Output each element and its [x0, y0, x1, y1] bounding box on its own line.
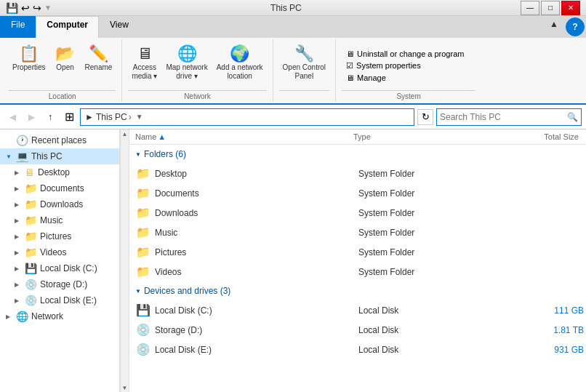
- up-button[interactable]: ↑: [42, 109, 58, 125]
- pictures-arrow: ▶: [15, 233, 22, 240]
- dropdown-arrow-icon[interactable]: ▼: [44, 4, 52, 12]
- column-type-header[interactable]: Type: [353, 132, 484, 141]
- videos-icon: 📁: [25, 247, 37, 258]
- drive-row-c[interactable]: 💾 Local Disk (C:) Local Disk 111 GB 42.6…: [129, 300, 586, 320]
- drive-row-d[interactable]: 💿 Storage (D:) Local Disk 1.81 TB 395 GB: [129, 320, 586, 340]
- add-network-location-icon: 🌍: [230, 46, 249, 62]
- minimize-button[interactable]: —: [521, 1, 539, 15]
- sidebar-item-local-disk-c[interactable]: ▶ 💾 Local Disk (C:): [0, 260, 119, 276]
- sidebar-item-this-pc[interactable]: ▼ 💻 This PC: [0, 148, 119, 164]
- local-disk-e-drive-type: Local Disk: [358, 345, 489, 355]
- map-network-drive-button[interactable]: 🌐 Map networkdrive ▾: [162, 44, 211, 83]
- sidebar-item-music[interactable]: ▶ 📁 Music: [0, 212, 119, 228]
- desktop-folder-icon: 📁: [136, 167, 150, 180]
- save-icon[interactable]: 💾: [6, 2, 18, 14]
- music-label: Music: [40, 215, 63, 225]
- uninstall-button[interactable]: 🖥 Uninstall or change a program: [345, 49, 465, 59]
- storage-d-arrow: ▶: [15, 281, 22, 288]
- redo-icon[interactable]: ↪: [33, 2, 41, 14]
- tab-file[interactable]: File: [0, 16, 36, 38]
- access-media-icon: 🖥: [137, 46, 153, 62]
- devices-collapse-icon: ▼: [135, 288, 141, 295]
- documents-label: Documents: [40, 183, 84, 193]
- folders-section-header[interactable]: ▼ Folders (6): [129, 145, 586, 164]
- open-control-panel-button[interactable]: 🔧 Open ControlPanel: [279, 44, 329, 83]
- main-area: 🕐 Recent places ▼ 💻 This PC ▶ 🖥 Desktop …: [0, 129, 586, 392]
- folder-row-pictures[interactable]: 📁 Pictures System Folder: [129, 242, 586, 262]
- ribbon-group-network: 🖥 Accessmedia ▾ 🌐 Map networkdrive ▾ 🌍 A…: [122, 39, 273, 102]
- ribbon-collapse-button[interactable]: ▲: [544, 16, 564, 38]
- sidebar-item-pictures[interactable]: ▶ 📁 Pictures: [0, 228, 119, 244]
- folder-row-music[interactable]: 📁 Music System Folder: [129, 223, 586, 242]
- ribbon-content: 📋 Properties 📂 Open ✏️ Rename Location 🖥: [0, 38, 586, 103]
- downloads-icon: 📁: [25, 199, 37, 210]
- desktop-type: System Folder: [358, 169, 489, 179]
- local-disk-e-drive-name: Local Disk (E:): [155, 345, 358, 355]
- back-button[interactable]: ◀: [4, 109, 20, 125]
- tab-view[interactable]: View: [99, 16, 140, 38]
- sidebar-item-storage-d[interactable]: ▶ 💿 Storage (D:): [0, 276, 119, 292]
- system-properties-button[interactable]: ☑ System properties: [345, 60, 465, 71]
- local-disk-c-drive-type: Local Disk: [358, 305, 489, 316]
- maximize-button[interactable]: □: [541, 1, 560, 15]
- sidebar-item-videos[interactable]: ▶ 📁 Videos: [0, 244, 119, 260]
- local-disk-c-arrow: ▶: [15, 265, 22, 272]
- local-disk-e-drive-icon: 💿: [136, 343, 150, 356]
- sidebar-item-local-disk-e[interactable]: ▶ 💿 Local Disk (E:): [0, 292, 119, 308]
- sidebar-item-documents[interactable]: ▶ 📁 Documents: [0, 180, 119, 196]
- address-path-box[interactable]: ► This PC › ▼: [80, 108, 414, 126]
- search-input[interactable]: [440, 112, 567, 122]
- pictures-label: Pictures: [40, 231, 71, 241]
- column-name-header[interactable]: Name ▲: [135, 132, 353, 141]
- access-media-label: Accessmedia ▾: [132, 63, 157, 81]
- column-free-header[interactable]: Free Space: [579, 132, 586, 141]
- storage-d-icon: 💿: [25, 279, 37, 290]
- manage-label: Manage: [357, 73, 386, 82]
- pictures-folder-icon: 📁: [136, 245, 150, 259]
- sidebar-item-network[interactable]: ▶ 🌐 Network: [0, 308, 119, 324]
- properties-button[interactable]: 📋 Properties: [9, 44, 49, 74]
- search-box[interactable]: 🔍: [436, 108, 582, 126]
- sidebar-item-desktop[interactable]: ▶ 🖥 Desktop: [0, 164, 119, 180]
- drive-row-e[interactable]: 💿 Local Disk (E:) Local Disk 931 GB 86.1…: [129, 340, 586, 359]
- undo-icon[interactable]: ↩: [21, 2, 30, 14]
- manage-button[interactable]: 🖥 Manage: [345, 73, 465, 83]
- access-media-button[interactable]: 🖥 Accessmedia ▾: [128, 44, 161, 83]
- folder-row-downloads[interactable]: 📁 Downloads System Folder: [129, 203, 586, 223]
- this-pc-arrow: ▼: [6, 153, 13, 160]
- close-button[interactable]: ✕: [561, 1, 580, 15]
- add-network-location-button[interactable]: 🌍 Add a networklocation: [213, 44, 267, 83]
- sidebar-scrollbar[interactable]: ▲ ▼: [120, 129, 129, 392]
- sidebar-item-recent-places[interactable]: 🕐 Recent places: [0, 132, 119, 148]
- system-properties-icon: ☑: [346, 61, 353, 71]
- storage-d-drive-name: Storage (D:): [155, 325, 358, 335]
- column-total-header[interactable]: Total Size: [484, 132, 579, 141]
- videos-label: Videos: [40, 247, 66, 257]
- ribbon-group-control-panel: 🔧 Open ControlPanel: [273, 39, 336, 102]
- folder-row-documents[interactable]: 📁 Documents System Folder: [129, 183, 586, 203]
- devices-section-header[interactable]: ▼ Devices and drives (3): [129, 281, 586, 300]
- this-pc-icon: 💻: [16, 151, 28, 162]
- tab-computer[interactable]: Computer: [36, 16, 99, 38]
- rename-button[interactable]: ✏️ Rename: [81, 44, 116, 74]
- refresh-button[interactable]: ↻: [417, 109, 433, 125]
- folder-row-desktop[interactable]: 📁 Desktop System Folder: [129, 164, 586, 183]
- open-label: Open: [56, 63, 73, 72]
- column-type-label: Type: [353, 132, 371, 141]
- local-disk-c-drive-total: 111 GB: [489, 305, 584, 316]
- help-button[interactable]: ?: [566, 17, 585, 36]
- music-type: System Folder: [358, 228, 489, 238]
- sidebar-item-downloads[interactable]: ▶ 📁 Downloads: [0, 196, 119, 212]
- column-total-label: Total Size: [544, 132, 579, 141]
- recent-locations-button[interactable]: ⊞: [61, 109, 77, 125]
- open-button[interactable]: 📂 Open: [51, 44, 80, 74]
- forward-button[interactable]: ▶: [23, 109, 39, 125]
- control-panel-group-label: [279, 90, 329, 100]
- ribbon-tab-bar: File Computer View ▲ ?: [0, 16, 586, 38]
- sidebar-scroll-down-arrow[interactable]: ▼: [121, 383, 129, 392]
- path-dropdown-icon[interactable]: ▼: [136, 113, 143, 121]
- path-this-pc: ► This PC: [85, 112, 127, 122]
- folder-row-videos[interactable]: 📁 Videos System Folder: [129, 262, 586, 281]
- sidebar-scroll-up-arrow[interactable]: ▲: [121, 129, 129, 139]
- location-group-label: Location: [9, 90, 116, 100]
